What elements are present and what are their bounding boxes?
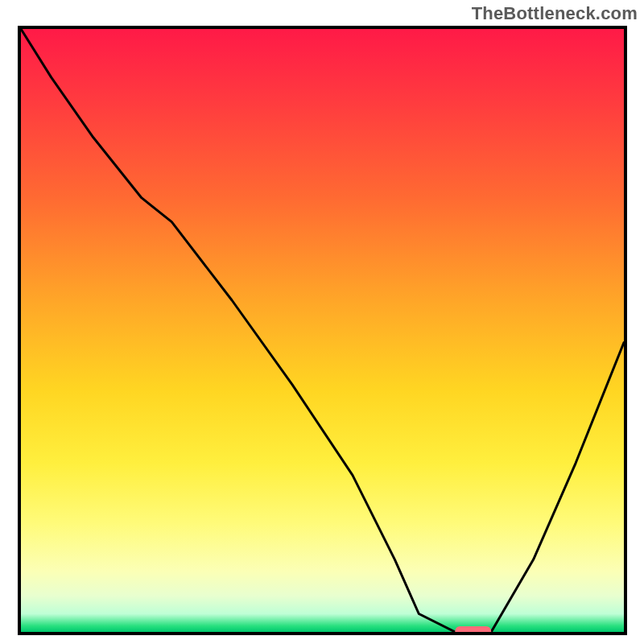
optimum-marker [455, 626, 491, 632]
bottleneck-curve [21, 29, 624, 632]
plot-frame [18, 26, 627, 635]
plot-overlay-svg [21, 29, 624, 632]
plot-area [21, 29, 624, 632]
attribution-link[interactable]: TheBottleneck.com [472, 3, 638, 24]
